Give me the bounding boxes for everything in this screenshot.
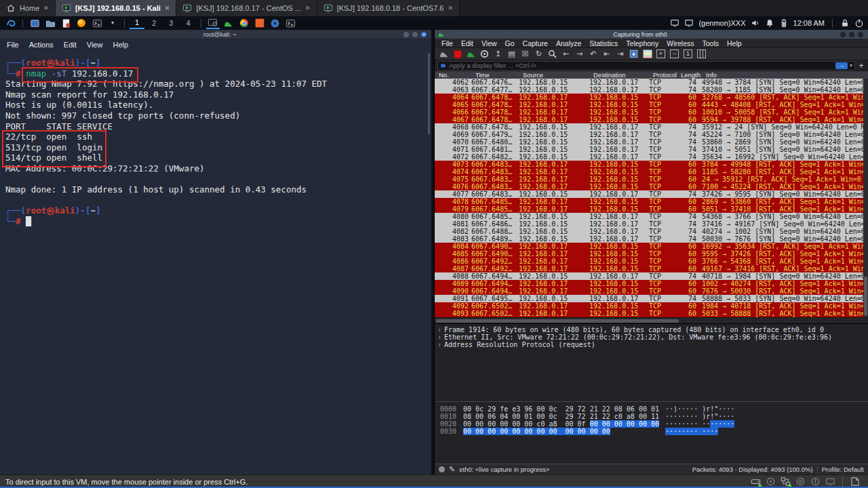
minimize-icon[interactable] <box>403 32 409 37</box>
wireshark-window-button[interactable] <box>222 17 235 29</box>
colorize-button[interactable] <box>642 49 653 59</box>
hex-row[interactable]: 003000 00 00 00 00 00 00 00 00 00 00 00·… <box>440 428 868 435</box>
workspace-3[interactable]: 3 <box>163 17 178 29</box>
wireshark-menu-edit[interactable]: Edit <box>457 39 477 47</box>
terminal-menu-file[interactable]: File <box>7 41 19 49</box>
virtual-display-icon[interactable] <box>825 476 835 487</box>
wireshark-menu-wireless[interactable]: Wireless <box>663 39 698 47</box>
packet-row[interactable]: 40686067.6478…192.168.0.15192.168.0.17TC… <box>435 123 868 131</box>
power-icon[interactable] <box>854 18 864 28</box>
packet-row[interactable]: 40696067.6479…192.168.0.15192.168.0.17TC… <box>435 131 868 138</box>
battery-icon[interactable] <box>779 18 789 28</box>
wireshark-menu-help[interactable]: Help <box>723 39 746 47</box>
terminal-menu-help[interactable]: Help <box>113 41 128 49</box>
auto-scroll-button[interactable] <box>628 49 639 59</box>
vm-tab-home[interactable]: Home✕ <box>0 0 56 16</box>
packet-detail-row[interactable]: ›Frame 1914: 60 bytes on wire (480 bits)… <box>437 326 868 333</box>
terminal-window[interactable]: root@kali: ~ ✕ FileActionsEditViewHelp ┌… <box>0 30 431 474</box>
packet-row[interactable]: 40916067.6495…192.168.0.15192.168.0.17TC… <box>435 295 868 302</box>
column-header-source[interactable]: Source <box>523 71 593 79</box>
hard-disk-icon[interactable] <box>751 476 761 487</box>
capture-comment-icon[interactable]: ✎ <box>449 466 455 473</box>
kali-menu-launcher[interactable] <box>4 17 18 29</box>
column-header-info[interactable]: Info <box>701 71 868 79</box>
chrome-window-button[interactable] <box>237 17 251 29</box>
maximize-icon[interactable] <box>412 32 418 37</box>
packet-row[interactable]: 40626067.6476…192.168.0.15192.168.0.17TC… <box>435 79 868 86</box>
filter-bookmark-icon[interactable] <box>440 62 447 69</box>
file-manager-launcher[interactable] <box>43 17 57 29</box>
bell-icon[interactable] <box>765 18 774 28</box>
lock-icon[interactable] <box>840 18 850 28</box>
terminal-menu-edit[interactable]: Edit <box>64 41 77 49</box>
packet-row[interactable]: 40756067.6483…192.168.0.17192.168.0.15TC… <box>435 176 868 183</box>
terminal-titlebar[interactable]: root@kali: ~ ✕ <box>0 30 431 39</box>
minimize-icon[interactable] <box>840 32 846 37</box>
packet-detail-row[interactable]: ›Address Resolution Protocol (request) <box>437 341 868 348</box>
packet-row[interactable]: 40876067.6492…192.168.0.17192.168.0.15TC… <box>435 265 868 272</box>
firefox-launcher[interactable] <box>75 17 88 29</box>
capture-options-button[interactable] <box>479 49 490 59</box>
packet-row[interactable]: 40886067.6494…192.168.0.15192.168.0.17TC… <box>435 272 868 280</box>
hex-row[interactable]: 000000 0c 29 fe e3 96 00 0c 29 72 21 22 … <box>440 405 868 413</box>
packet-row[interactable]: 40776067.6483…192.168.0.15192.168.0.17TC… <box>435 190 868 198</box>
add-filter-button[interactable]: + <box>857 61 865 70</box>
filter-dropdown-icon[interactable]: ▾ <box>850 62 852 68</box>
start-capture-button[interactable] <box>438 49 450 59</box>
maximize-icon[interactable] <box>849 32 854 37</box>
message-log-icon[interactable] <box>850 476 860 487</box>
zaproxy-window-button[interactable] <box>269 17 282 29</box>
packet-row[interactable]: 40806067.6485…192.168.0.15192.168.0.17TC… <box>435 213 868 220</box>
save-file-button[interactable]: ▤ <box>506 49 517 59</box>
packet-row[interactable]: 40716067.6481…192.168.0.15192.168.0.17TC… <box>435 146 868 153</box>
open-file-button[interactable]: ↥ <box>492 49 504 59</box>
packet-row[interactable]: 40816067.6486…192.168.0.15192.168.0.17TC… <box>435 220 868 228</box>
speaker-icon[interactable] <box>751 18 760 28</box>
packet-row[interactable]: 40766067.6483…192.168.0.17192.168.0.15TC… <box>435 183 868 190</box>
packet-row[interactable]: 40826067.6488…192.168.0.15192.168.0.17TC… <box>435 228 868 235</box>
qterminal-window-window-button[interactable] <box>206 17 220 29</box>
terminal-menu-actions[interactable]: Actions <box>29 41 54 49</box>
wireshark-menu-go[interactable]: Go <box>501 39 519 47</box>
expert-info-icon[interactable] <box>439 466 445 472</box>
expander-icon[interactable]: › <box>437 326 444 333</box>
show-desktop-launcher[interactable] <box>28 17 41 29</box>
cd-rom-icon[interactable] <box>766 476 776 487</box>
wireshark-window[interactable]: Capturing from eth0 FileEditViewGoCaptur… <box>434 30 868 474</box>
column-header-time[interactable]: Time <box>475 71 523 79</box>
vm-tab-vm[interactable]: [KSJ] 192.168.0.18 - CentOS7.6✕ <box>317 0 460 16</box>
display-icon[interactable] <box>684 18 694 28</box>
tab-close-icon[interactable]: ✕ <box>305 5 311 12</box>
wireshark-menu-file[interactable]: File <box>437 39 457 47</box>
packet-row[interactable]: 40786067.6485…192.168.0.17192.168.0.15TC… <box>435 198 868 205</box>
go-last-button[interactable]: ⇥ <box>614 49 626 59</box>
tab-close-icon[interactable]: ✕ <box>43 5 49 12</box>
display-filter-field[interactable]: → ▾ <box>437 61 855 70</box>
terminal-scrollbar[interactable] <box>428 53 430 134</box>
go-first-button[interactable]: ⇤ <box>601 49 612 59</box>
usb-controller-icon[interactable] <box>810 476 821 487</box>
wireshark-menu-view[interactable]: View <box>477 39 501 47</box>
packet-row[interactable]: 40706067.6480…192.168.0.15192.168.0.17TC… <box>435 138 868 146</box>
packet-row[interactable]: 40726067.6482…192.168.0.15192.168.0.17TC… <box>435 153 868 161</box>
restart-capture-button[interactable] <box>465 49 477 59</box>
apply-filter-button[interactable]: → <box>835 62 848 69</box>
packet-row[interactable]: 40936067.6502…192.168.0.17192.168.0.15TC… <box>435 310 868 317</box>
network-adapter-icon[interactable] <box>781 476 791 487</box>
packet-row[interactable]: 40856067.6490…192.168.0.17192.168.0.15TC… <box>435 250 868 258</box>
terminal-menu-view[interactable]: View <box>87 41 103 49</box>
packet-list-vertical-scrollbar[interactable] <box>863 79 868 317</box>
workspace-1[interactable]: 1 <box>130 17 144 29</box>
burpsuite-window-button[interactable] <box>253 17 267 29</box>
packet-row[interactable]: 40796067.6485…192.168.0.17192.168.0.15TC… <box>435 205 868 213</box>
wireshark-menu-analyze[interactable]: Analyze <box>552 39 585 47</box>
workspace-4[interactable]: 4 <box>180 17 195 29</box>
packet-row[interactable]: 40866067.6492…192.168.0.17192.168.0.15TC… <box>435 258 868 265</box>
stop-capture-button[interactable] <box>452 49 463 59</box>
close-file-button[interactable]: ☒ <box>519 49 531 59</box>
packet-row[interactable]: 40646067.6478…192.168.0.17192.168.0.15TC… <box>435 94 868 101</box>
go-to-packet-button[interactable]: ↶ <box>587 49 599 59</box>
sound-device-icon[interactable] <box>795 476 806 487</box>
column-header-no[interactable]: No. <box>435 71 475 79</box>
workspace-2[interactable]: 2 <box>146 17 161 29</box>
